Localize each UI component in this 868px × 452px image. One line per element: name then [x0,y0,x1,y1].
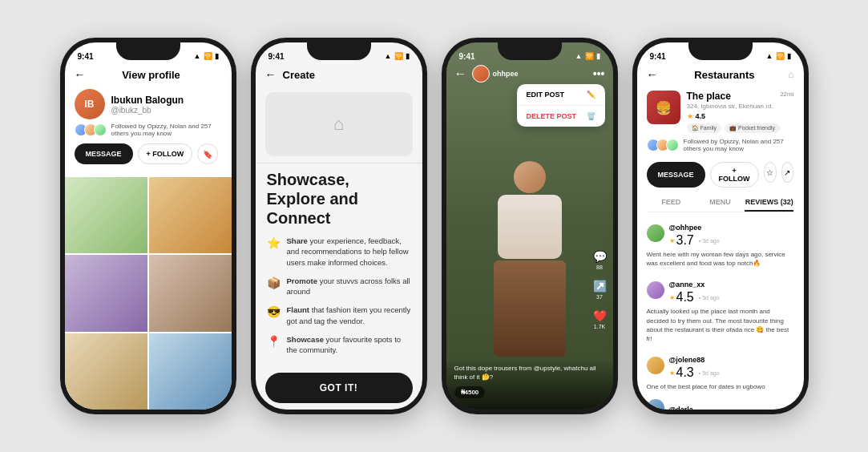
action-row: MESSAGE + FOLLOW 🔖 [75,143,222,164]
battery-icon-4: ▮ [787,52,791,60]
reviewer-name-3: @jolene88 [669,356,705,364]
got-it-button[interactable]: GOT IT! [265,373,413,403]
review-text-1: Went here with my woman few days ago, se… [647,250,794,268]
item-text-4: Showcase your favourite spots to the com… [287,334,411,356]
delete-post-button[interactable]: DELETE POST 🗑️ [517,106,605,127]
signal-icon-1: ▲ [194,52,201,60]
message-button[interactable]: MESSAGE [75,143,133,164]
post-menu: EDIT POST ✏️ DELETE POST 🗑️ [517,84,605,127]
star-rating-icon: ★ [687,112,693,120]
list-item-2: 📦 Promote your stuvvs across folks all a… [267,276,411,297]
showcase-content: Showcase, Explore and Connect ⭐ Share yo… [256,170,422,365]
tab-menu[interactable]: MENU [696,194,745,212]
post-actions: 💬 88 ↗️ 37 ❤️ 1.7K [593,250,607,329]
showcase-title: Showcase, Explore and Connect [267,170,411,228]
battery-icon-3: ▮ [596,52,600,60]
comment-icon: 💬 [593,250,607,263]
review-header-4: @darla [647,399,794,410]
item-text-5: Engage with the community and discover n… [287,364,411,365]
notch-1 [116,42,180,60]
comment-action[interactable]: 💬 88 [593,250,607,270]
list-item-5: 💛 Engage with the community and discover… [267,364,411,365]
showcase-list: ⭐ Share your experience, feedback, and r… [267,236,411,365]
notch-4 [688,42,753,60]
place-follow-button[interactable]: + FOLLOW [710,162,759,188]
grid-cell-4 [149,255,232,331]
follow-button[interactable]: + FOLLOW [138,143,193,164]
time-2: 9:41 [268,52,285,61]
item-text-1: Share your experience, feedback, and rec… [287,236,411,268]
tag-pocket: 💼 Pocket friendly [725,123,780,133]
place-follower-3 [666,139,679,151]
grid-cell-2 [149,177,232,253]
place-share-button[interactable]: ↗ [781,162,794,183]
review-score-3: 4.3 [676,365,694,380]
rating-value: 4.5 [696,112,706,120]
phone-1-profile: 9:41 ▲ 🛜 ▮ ← View profile IB Ibukun Balo… [60,38,236,414]
review-date-3: • 5d ago [699,370,720,376]
follower-avatars [75,123,103,136]
item-text-2: Promote your stuvvs across folks all aro… [287,276,411,297]
place-address: 324, Igbinovia str, Ekehuan rd. [687,103,794,110]
more-options-button[interactable]: ••• [593,67,605,80]
place-follow-row: Followed by Opizzy, Nolan and 257 others… [647,138,794,152]
tab-reviews[interactable]: REVIEWS (32) [745,194,793,212]
post-avatar [472,65,490,83]
signal-icon-3: ▲ [575,52,583,60]
place-follower-avatars [647,139,676,151]
profile-name: Ibukun Balogun [111,95,184,106]
edit-post-button[interactable]: EDIT POST ✏️ [517,84,605,106]
follow-text: Followed by Opizzy, Nolan and 257 others… [111,123,222,137]
review-date-1: • 3d ago [699,238,720,244]
review-rating-3: ★ 4.3 • 5d ago [669,365,720,380]
edit-icon: ✏️ [587,91,595,99]
battery-icon-1: ▮ [215,52,219,60]
reviewer-name-2: @anne_xx [669,280,705,289]
phone-3-post: 9:41 ▲ 🛜 ▮ ← ohhpee ••• [442,38,618,414]
place-info: The place 22mi 324, Igbinovia str, Ekehu… [687,91,794,133]
place-name: The place [687,91,731,102]
review-4: @darla [647,399,794,410]
reviewer-name-1: @ohhpee [669,224,702,232]
home-icon[interactable]: ⌂ [788,69,793,80]
follower-av-3 [94,123,107,136]
share-action[interactable]: ↗️ 37 [593,280,607,300]
post-caption: Got this dope trousers from @upstyle, wh… [454,364,605,381]
upload-area[interactable]: ⌂ [265,92,413,156]
create-header: ← Create [256,65,422,86]
tag-family: 🏠 Family [687,123,722,133]
place-message-button[interactable]: MESSAGE [647,162,705,188]
delete-post-label: DELETE POST [527,112,577,120]
profile-grid [65,177,232,410]
review-header-2: @anne_xx ★ 4.5 • 5d ago [647,276,794,305]
divider [256,163,422,163]
cool-icon: 😎 [267,305,281,318]
tab-feed[interactable]: FEED [647,194,696,212]
back-button-2[interactable]: ← [265,68,277,81]
reviewer-name-4: @darla [669,406,693,410]
signal-icon-2: ▲ [385,52,392,60]
time-1: 9:41 [78,52,94,61]
pin-icon: 📍 [267,335,281,348]
profile-info: IB Ibukun Balogun @ibukz_bb Followed by … [65,86,232,177]
back-button-1[interactable]: ← [75,68,86,81]
comment-count: 88 [596,264,603,270]
post-username: ohhpee [493,70,593,78]
review-rating-2: ★ 4.5 • 5d ago [669,290,720,305]
heart-like-icon: ❤️ [593,309,607,322]
like-action[interactable]: ❤️ 1.7K [593,309,607,329]
review-3: @jolene88 ★ 4.3 • 5d ago One of the best… [647,351,794,391]
place-bookmark-button[interactable]: ☆ [764,162,777,183]
back-button-4[interactable]: ← [647,68,658,81]
reviewer-avatar-3 [647,357,664,374]
review-2: @anne_xx ★ 4.5 • 5d ago Actually looked … [647,276,794,343]
profile-header: ← View profile [65,65,232,86]
battery-icon-2: ▮ [406,52,410,60]
phone-2-create: 9:41 ▲ 🛜 ▮ ← Create ⌂ Showcase, Explore … [251,38,427,414]
back-button-3[interactable]: ← [454,67,467,81]
reviewer-avatar-2 [647,281,664,299]
reviews-list: @ohhpee ★ 3.7 • 3d ago Went here with my… [637,219,804,410]
save-button[interactable]: 🔖 [197,143,218,164]
status-bar-3: 9:41 ▲ 🛜 ▮ [446,42,613,65]
list-item-4: 📍 Showcase your favourite spots to the c… [267,334,411,356]
